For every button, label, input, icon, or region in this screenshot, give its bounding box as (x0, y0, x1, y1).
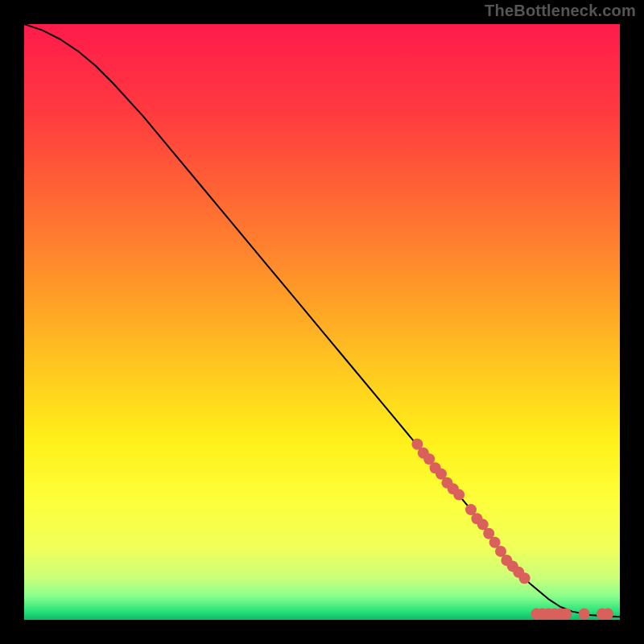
chart-svg (24, 24, 620, 620)
data-marker (602, 609, 613, 620)
watermark-text: TheBottleneck.com (485, 2, 636, 20)
plot-area (24, 24, 620, 620)
gradient-background (24, 24, 620, 620)
chart-stage: TheBottleneck.com (0, 0, 644, 644)
data-marker (560, 609, 572, 620)
data-marker (579, 609, 590, 620)
data-marker (519, 572, 530, 584)
data-marker (453, 489, 464, 501)
